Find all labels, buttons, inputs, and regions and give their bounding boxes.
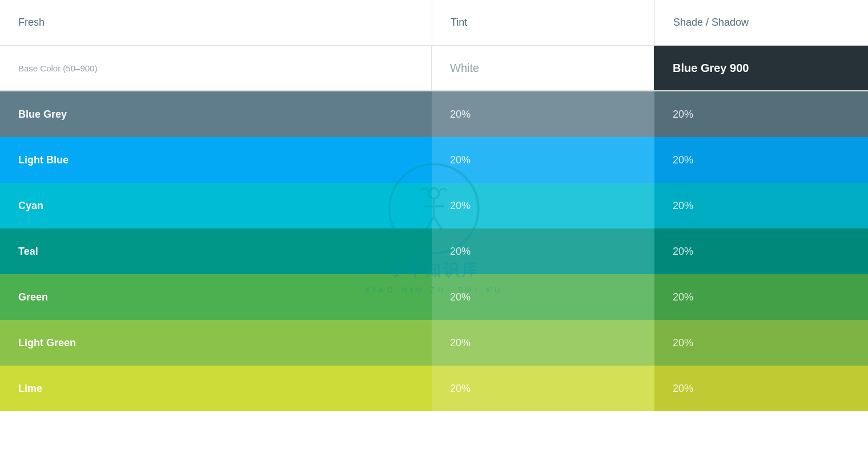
color-tint-col: 20% xyxy=(432,91,654,137)
tint-color-label: White xyxy=(450,62,479,75)
color-tint-col: 20% xyxy=(432,320,654,366)
color-name: Green xyxy=(18,291,48,303)
color-name: Teal xyxy=(18,246,38,258)
header-fresh-col: Fresh xyxy=(0,0,432,45)
label-tint-col: White xyxy=(432,46,654,90)
header-shade-label: Shade / Shadow xyxy=(673,17,749,29)
color-row: Green20%20% xyxy=(0,274,868,320)
label-row: Base Color (50–900) White Blue Grey 900 xyxy=(0,46,868,91)
color-tint-col: 20% xyxy=(432,228,654,274)
color-name: Blue Grey xyxy=(18,109,67,121)
color-tint-col: 20% xyxy=(432,183,654,228)
tint-pct-label: 20% xyxy=(450,383,471,395)
color-rows-container: Blue Grey20%20%Light Blue20%20%Cyan20%20… xyxy=(0,91,868,411)
color-fresh-col: Cyan xyxy=(0,183,432,228)
color-fresh-col: Blue Grey xyxy=(0,91,432,137)
tint-pct-label: 20% xyxy=(450,109,471,121)
shade-pct-label: 20% xyxy=(673,291,693,303)
color-shade-col: 20% xyxy=(654,320,868,366)
color-fresh-col: Light Blue xyxy=(0,137,432,183)
shade-pct-label: 20% xyxy=(673,200,693,212)
header-tint-col: Tint xyxy=(432,0,654,45)
color-shade-col: 20% xyxy=(654,274,868,320)
base-color-label: Base Color (50–900) xyxy=(18,63,97,73)
color-fresh-col: Light Green xyxy=(0,320,432,366)
color-row: Blue Grey20%20% xyxy=(0,91,868,137)
tint-pct-label: 20% xyxy=(450,291,471,303)
shade-pct-label: 20% xyxy=(673,109,693,121)
color-row: Teal20%20% xyxy=(0,228,868,274)
color-tint-col: 20% xyxy=(432,137,654,183)
header-shade-col: Shade / Shadow xyxy=(654,0,868,45)
shade-pct-label: 20% xyxy=(673,246,693,258)
color-name: Light Green xyxy=(18,337,76,349)
color-shade-col: 20% xyxy=(654,183,868,228)
color-row: Light Blue20%20% xyxy=(0,137,868,183)
color-fresh-col: Teal xyxy=(0,228,432,274)
shade-pct-label: 20% xyxy=(673,154,693,166)
color-name: Cyan xyxy=(18,200,43,212)
shade-color-label: Blue Grey 900 xyxy=(673,62,749,75)
color-row: Light Green20%20% xyxy=(0,320,868,366)
tint-pct-label: 20% xyxy=(450,154,471,166)
color-tint-col: 20% xyxy=(432,274,654,320)
header-fresh-label: Fresh xyxy=(18,17,45,29)
shade-pct-label: 20% xyxy=(673,337,693,349)
color-shade-col: 20% xyxy=(654,137,868,183)
color-shade-col: 20% xyxy=(654,366,868,411)
color-name: Light Blue xyxy=(18,154,69,166)
label-base-col: Base Color (50–900) xyxy=(0,46,432,90)
color-name: Lime xyxy=(18,383,42,395)
color-row: Cyan20%20% xyxy=(0,183,868,228)
shade-pct-label: 20% xyxy=(673,383,693,395)
header-tint-label: Tint xyxy=(451,17,467,29)
color-fresh-col: Lime xyxy=(0,366,432,411)
tint-pct-label: 20% xyxy=(450,337,471,349)
tint-pct-label: 20% xyxy=(450,246,471,258)
label-shade-col: Blue Grey 900 xyxy=(654,46,868,90)
color-shade-col: 20% xyxy=(654,228,868,274)
color-tint-col: 20% xyxy=(432,366,654,411)
tint-pct-label: 20% xyxy=(450,200,471,212)
color-fresh-col: Green xyxy=(0,274,432,320)
color-shade-col: 20% xyxy=(654,91,868,137)
page-container: Fresh Tint Shade / Shadow Base Color (50… xyxy=(0,0,868,411)
color-row: Lime20%20% xyxy=(0,366,868,411)
header-row: Fresh Tint Shade / Shadow xyxy=(0,0,868,46)
